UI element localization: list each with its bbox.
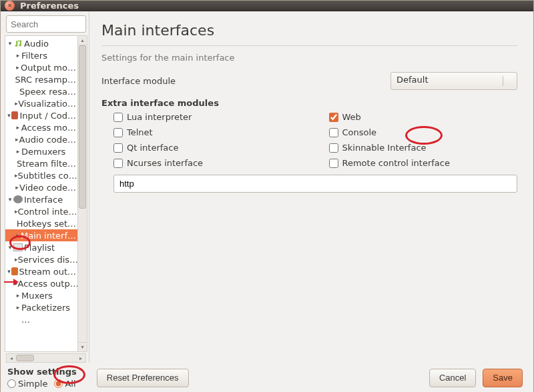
chevron-right-icon[interactable]	[15, 64, 21, 71]
tree-item[interactable]: SRC resamp…	[5, 73, 77, 85]
tree-item[interactable]: Stream filte…	[5, 157, 77, 169]
tree-item[interactable]: Control inte…	[5, 205, 77, 217]
tree-horizontal-scrollbar[interactable]: ◂ ▸	[6, 353, 86, 363]
tree-item[interactable]: Subtitles co…	[5, 169, 77, 181]
radio-simple[interactable]: Simple	[7, 379, 47, 389]
tree-item[interactable]: Access outp…	[5, 277, 77, 289]
tree-item-label: Muxers	[21, 291, 53, 301]
interface-module-select[interactable]: Default ▾	[390, 72, 517, 90]
preferences-window: ✕ Preferences AudioFiltersOutput mo…SRC …	[0, 0, 534, 392]
hscroll-thumb[interactable]	[16, 355, 34, 361]
close-icon[interactable]: ✕	[5, 1, 15, 11]
tree-item-label: Main interf…	[21, 231, 76, 241]
show-settings-label: Show settings	[7, 367, 77, 377]
tree-item[interactable]: Filters	[5, 49, 77, 61]
module-checkbox[interactable]: Skinnable Interface	[329, 143, 518, 153]
save-button[interactable]: Save	[483, 369, 523, 387]
cancel-button[interactable]: Cancel	[429, 369, 476, 387]
chevron-down-icon[interactable]	[7, 268, 11, 275]
module-checkbox[interactable]: Console	[329, 127, 518, 137]
checkbox-label: Console	[342, 127, 377, 137]
checkbox-input[interactable]	[113, 113, 123, 122]
tree-item[interactable]: Video code…	[5, 181, 77, 193]
input-icon	[11, 111, 18, 119]
chevron-down-icon[interactable]	[7, 112, 11, 119]
checkbox-label: Remote control interface	[342, 158, 450, 168]
tree-item[interactable]: Audio code…	[5, 133, 77, 145]
divider	[101, 45, 517, 46]
scroll-left-icon[interactable]: ◂	[7, 354, 16, 362]
checkbox-input[interactable]	[113, 143, 123, 153]
tree-item-label: Subtitles co…	[18, 171, 77, 181]
tree-item-label: Audio	[24, 39, 49, 49]
chevron-right-icon[interactable]	[15, 184, 19, 191]
chevron-right-icon[interactable]	[15, 232, 21, 239]
show-settings-group: Show settings Simple All	[6, 367, 77, 389]
chevron-right-icon[interactable]	[15, 292, 21, 299]
tree-item[interactable]: Output mo…	[5, 61, 77, 73]
upper-pane: AudioFiltersOutput mo…SRC resamp…Speex r…	[1, 11, 533, 363]
stream-icon	[11, 267, 18, 275]
titlebar[interactable]: ✕ Preferences	[1, 1, 533, 11]
radio-all[interactable]: All	[54, 379, 75, 389]
tree-item[interactable]: Input / Cod…	[5, 109, 77, 121]
tree-item[interactable]: Demuxers	[5, 145, 77, 157]
tree-item[interactable]: Packetizers	[5, 301, 77, 313]
tree-item[interactable]: Speex resa…	[5, 85, 77, 97]
tree-item-label: Filters	[21, 51, 47, 61]
tree-item[interactable]: Access mo…	[5, 121, 77, 133]
tree-item[interactable]: Interface	[5, 193, 77, 205]
module-checkbox[interactable]: Telnet	[113, 127, 302, 137]
checkbox-input[interactable]	[329, 159, 338, 168]
checkbox-label: Telnet	[127, 127, 153, 137]
module-checkbox[interactable]: Lua interpreter	[113, 112, 302, 122]
checkbox-input[interactable]	[329, 143, 338, 153]
tree-item[interactable]: Services dis…	[5, 253, 77, 265]
chevron-right-icon[interactable]	[15, 124, 21, 131]
tree-item[interactable]: Audio	[5, 37, 77, 49]
tree-item-label: Services dis…	[18, 255, 77, 265]
tree-item[interactable]: Hotkeys set…	[5, 217, 77, 229]
module-checkbox[interactable]: Ncurses interface	[113, 158, 302, 168]
scroll-track[interactable]	[78, 45, 87, 342]
sidebar: AudioFiltersOutput mo…SRC resamp…Speex r…	[1, 11, 89, 363]
tree-item[interactable]: Playlist	[5, 241, 77, 253]
hscroll-track[interactable]	[16, 354, 76, 362]
tree-item-label: Control inte…	[18, 207, 77, 217]
preferences-tree[interactable]: AudioFiltersOutput mo…SRC resamp…Speex r…	[5, 35, 78, 352]
main-panel: Main interfaces Settings for the main in…	[89, 11, 533, 363]
reset-preferences-button[interactable]: Reset Preferences	[97, 369, 189, 387]
modules-text-input[interactable]	[113, 175, 517, 193]
tree-item[interactable]: Visualizatio…	[5, 97, 77, 109]
tree-item[interactable]: …	[5, 313, 77, 325]
checkbox-label: Ncurses interface	[127, 158, 203, 168]
tree-item[interactable]: Stream out…	[5, 265, 77, 277]
module-checkbox[interactable]: Remote control interface	[329, 158, 518, 168]
search-input[interactable]	[6, 15, 86, 33]
chevron-down-icon[interactable]	[7, 40, 13, 47]
chevron-right-icon[interactable]	[15, 148, 21, 155]
scroll-up-icon[interactable]: ▴	[78, 36, 87, 45]
chevron-right-icon[interactable]	[15, 52, 21, 59]
radio-simple-label: Simple	[18, 379, 47, 389]
module-checkbox[interactable]: Web	[329, 112, 518, 122]
tree-vertical-scrollbar[interactable]: ▴ ▾	[78, 35, 87, 352]
module-checkbox[interactable]: Qt interface	[113, 143, 302, 153]
checkbox-input[interactable]	[329, 128, 338, 137]
tree-item[interactable]: Muxers	[5, 289, 77, 301]
checkbox-input[interactable]	[113, 128, 123, 137]
chevron-down-icon[interactable]	[7, 196, 13, 203]
scroll-thumb[interactable]	[79, 45, 86, 209]
chevron-right-icon[interactable]	[15, 304, 21, 311]
scroll-right-icon[interactable]: ▸	[76, 354, 85, 362]
checkbox-label: Skinnable Interface	[342, 143, 427, 153]
tree-item-label: …	[21, 315, 30, 325]
content-area: AudioFiltersOutput mo…SRC resamp…Speex r…	[1, 11, 533, 392]
checkbox-input[interactable]	[113, 159, 123, 168]
checkbox-input[interactable]	[329, 113, 338, 122]
tree-item[interactable]: Main interf…	[5, 229, 77, 241]
scroll-down-icon[interactable]: ▾	[78, 342, 87, 351]
window-title: Preferences	[20, 1, 79, 11]
chevron-down-icon[interactable]	[7, 244, 13, 251]
tree-item-label: Demuxers	[21, 147, 65, 157]
